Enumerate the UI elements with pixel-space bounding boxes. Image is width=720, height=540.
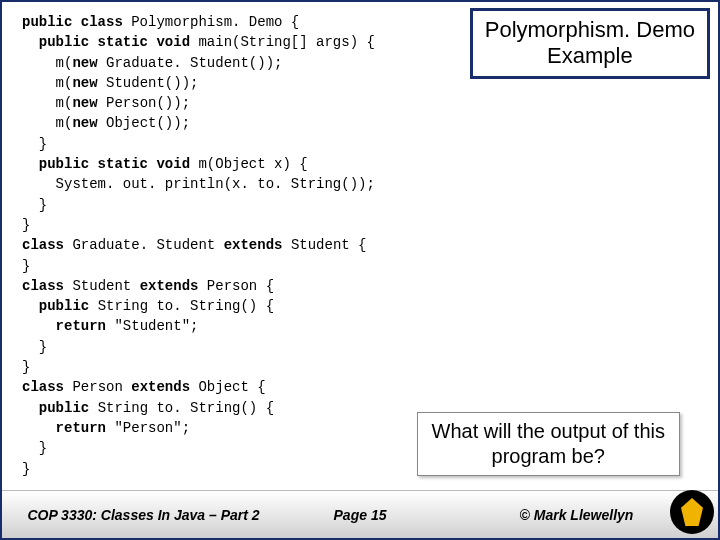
code-text: "Person";: [114, 420, 190, 436]
code-text: Polymorphism. Demo {: [131, 14, 299, 30]
code-text: String to. String() {: [98, 298, 274, 314]
code-text: }: [22, 217, 30, 233]
code-kw: extends: [131, 379, 198, 395]
code-text: Object());: [106, 115, 190, 131]
code-kw: new: [72, 55, 106, 71]
code-text: String to. String() {: [98, 400, 274, 416]
code-text: }: [22, 197, 47, 213]
code-kw: extends: [140, 278, 207, 294]
code-text: Graduate. Student());: [106, 55, 282, 71]
title-box: Polymorphism. Demo Example: [470, 8, 710, 79]
code-text: Object {: [198, 379, 265, 395]
code-text: m(: [22, 75, 72, 91]
code-kw: class: [22, 379, 72, 395]
code-text: Person {: [207, 278, 274, 294]
code-text: Person: [72, 379, 131, 395]
code-text: Person());: [106, 95, 190, 111]
code-text: Student());: [106, 75, 198, 91]
ucf-logo-icon: [670, 490, 714, 534]
code-kw: new: [72, 75, 106, 91]
code-kw: new: [72, 95, 106, 111]
code-kw: new: [72, 115, 106, 131]
title-line1: Polymorphism. Demo: [485, 17, 695, 43]
question-line2: program be?: [432, 444, 665, 469]
question-box: What will the output of this program be?: [417, 412, 680, 476]
footer-page: Page 15: [285, 507, 435, 523]
code-text: m(: [22, 95, 72, 111]
code-block: public class Polymorphism. Demo { public…: [22, 12, 375, 479]
code-text: Student {: [291, 237, 367, 253]
code-kw: public class: [22, 14, 131, 30]
pegasus-icon: [681, 498, 703, 526]
code-kw: public static void: [22, 34, 198, 50]
code-text: main(String[] args) {: [198, 34, 374, 50]
code-text: System. out. println(x. to. String());: [22, 176, 375, 192]
code-text: }: [22, 136, 47, 152]
code-kw: public: [22, 298, 98, 314]
code-kw: return: [22, 420, 114, 436]
title-line2: Example: [485, 43, 695, 69]
code-kw: public static void: [22, 156, 198, 172]
code-text: }: [22, 359, 30, 375]
code-text: Student: [72, 278, 139, 294]
code-text: }: [22, 461, 30, 477]
code-text: m(: [22, 55, 72, 71]
code-text: m(Object x) {: [198, 156, 307, 172]
code-text: }: [22, 339, 47, 355]
code-kw: class: [22, 278, 72, 294]
slide: public class Polymorphism. Demo { public…: [0, 0, 720, 540]
code-text: m(: [22, 115, 72, 131]
code-kw: public: [22, 400, 98, 416]
code-text: }: [22, 440, 47, 456]
question-line1: What will the output of this: [432, 419, 665, 444]
code-kw: return: [22, 318, 114, 334]
code-text: Graduate. Student: [72, 237, 223, 253]
footer-course: COP 3330: Classes In Java – Part 2: [2, 507, 285, 523]
code-kw: extends: [224, 237, 291, 253]
code-text: "Student";: [114, 318, 198, 334]
code-kw: class: [22, 237, 72, 253]
code-text: }: [22, 258, 30, 274]
footer-bar: COP 3330: Classes In Java – Part 2 Page …: [2, 490, 718, 538]
